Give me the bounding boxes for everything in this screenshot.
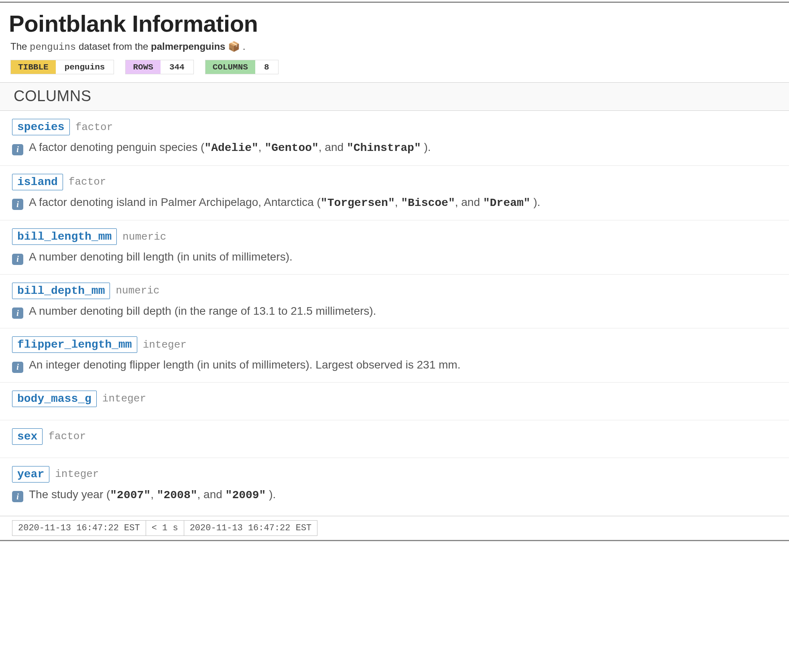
desc-text: The study year ( <box>29 488 110 501</box>
column-entry-head: islandfactor <box>12 174 789 190</box>
report-subtitle: The penguins dataset from the palmerpeng… <box>10 41 789 53</box>
column-entry-head: yearinteger <box>12 466 789 483</box>
pill-columns: COLUMNS 8 <box>205 60 279 74</box>
column-entry-head: sexfactor <box>12 428 789 445</box>
subtitle-prefix: The <box>10 41 30 52</box>
desc-text: , <box>258 141 265 153</box>
column-entry: yearintegeriThe study year ("2007", "200… <box>0 458 789 513</box>
desc-code: "2007" <box>110 489 150 501</box>
column-description-text: The study year ("2007", "2008", and "200… <box>29 487 276 504</box>
column-description-text: A factor denoting island in Palmer Archi… <box>29 194 540 212</box>
column-name-box: bill_depth_mm <box>12 283 110 299</box>
column-name-box: flipper_length_mm <box>12 336 137 353</box>
package-icon: 📦 <box>225 41 242 52</box>
column-entry: sexfactor <box>0 420 789 458</box>
desc-text: , and <box>319 141 347 153</box>
column-name-box: year <box>12 466 49 483</box>
info-icon: i <box>12 254 23 265</box>
pill-tibble-value: penguins <box>56 60 114 74</box>
desc-text: A factor denoting island in Palmer Archi… <box>29 196 321 208</box>
pill-rows: ROWS 344 <box>125 60 193 74</box>
column-entry: bill_length_mmnumericiA number denoting … <box>0 220 789 275</box>
info-icon: i <box>12 362 23 373</box>
report-title: Pointblank Information <box>9 10 789 37</box>
column-description: iA number denoting bill depth (in the ra… <box>12 303 789 320</box>
desc-text: ). <box>421 141 431 153</box>
column-entry-head: flipper_length_mminteger <box>12 336 789 353</box>
column-description: iA number denoting bill length (in units… <box>12 249 789 265</box>
column-description: iAn integer denoting flipper length (in … <box>12 357 789 373</box>
column-type: factor <box>75 121 113 133</box>
desc-text: A number denoting bill length (in units … <box>29 250 293 263</box>
column-type: numeric <box>116 285 159 297</box>
column-entry: speciesfactoriA factor denoting penguin … <box>0 111 789 166</box>
column-description: iA factor denoting island in Palmer Arch… <box>12 194 789 212</box>
column-entry-head: body_mass_ginteger <box>12 391 789 407</box>
column-entry-head: bill_length_mmnumeric <box>12 228 789 245</box>
footer-end-time: 2020-11-13 16:47:22 EST <box>184 520 318 536</box>
column-entry: bill_depth_mmnumericiA number denoting b… <box>0 275 789 329</box>
column-name-box: island <box>12 174 63 190</box>
subtitle-dataset-name: penguins <box>30 42 76 53</box>
subtitle-middle: dataset from the <box>76 41 151 52</box>
column-entry-head: bill_depth_mmnumeric <box>12 283 789 299</box>
desc-text: A number denoting bill depth (in the ran… <box>29 305 376 317</box>
desc-text: ). <box>266 488 276 501</box>
footer-start-time: 2020-11-13 16:47:22 EST <box>12 520 146 536</box>
column-type: factor <box>69 176 106 188</box>
desc-text: An integer denoting flipper length (in u… <box>29 358 460 371</box>
column-type: factor <box>48 430 86 442</box>
desc-code: "Biscoe" <box>401 197 455 209</box>
top-rule <box>0 2 789 3</box>
desc-text: , <box>150 488 157 501</box>
column-description: iA factor denoting penguin species ("Ade… <box>12 139 789 157</box>
pill-columns-label: COLUMNS <box>205 60 255 74</box>
column-name-box: sex <box>12 428 43 445</box>
desc-code: "2008" <box>157 489 197 501</box>
footer-duration: < 1 s <box>146 520 184 536</box>
desc-text: , and <box>197 488 226 501</box>
column-description-text: A number denoting bill depth (in the ran… <box>29 303 376 320</box>
desc-code: "Chinstrap" <box>347 142 421 154</box>
desc-text: , and <box>455 196 483 208</box>
column-entry: islandfactoriA factor denoting island in… <box>0 166 789 221</box>
column-description: iThe study year ("2007", "2008", and "20… <box>12 487 789 504</box>
subtitle-package-name: palmerpenguins <box>151 41 225 52</box>
pill-rows-label: ROWS <box>126 60 160 74</box>
desc-text: ). <box>530 196 540 208</box>
column-name-box: bill_length_mm <box>12 228 117 245</box>
desc-code: "Dream" <box>483 197 531 209</box>
column-description-text: A number denoting bill length (in units … <box>29 249 293 265</box>
column-type: integer <box>102 393 146 405</box>
pill-rows-value: 344 <box>161 60 193 74</box>
column-entry-head: speciesfactor <box>12 119 789 135</box>
desc-code: "Gentoo" <box>264 142 318 154</box>
column-description-text: A factor denoting penguin species ("Adel… <box>29 139 431 157</box>
column-description-text: An integer denoting flipper length (in u… <box>29 357 460 373</box>
column-type: integer <box>143 339 187 351</box>
info-icon: i <box>12 199 23 210</box>
report-footer: 2020-11-13 16:47:22 EST < 1 s 2020-11-13… <box>0 516 789 541</box>
pill-tibble: TIBBLE penguins <box>10 60 114 74</box>
column-entry: body_mass_ginteger <box>0 383 789 420</box>
info-icon: i <box>12 491 23 502</box>
desc-text: A factor denoting penguin species ( <box>29 141 204 153</box>
desc-text: , <box>395 196 401 208</box>
pill-tibble-label: TIBBLE <box>11 60 56 74</box>
desc-code: "Adelie" <box>204 142 258 154</box>
column-entry: flipper_length_mmintegeriAn integer deno… <box>0 328 789 383</box>
columns-list: speciesfactoriA factor denoting penguin … <box>0 111 789 513</box>
subtitle-suffix: . <box>243 41 246 52</box>
report-container: Pointblank Information The penguins data… <box>0 2 789 541</box>
desc-code: "2009" <box>226 489 266 501</box>
summary-pills: TIBBLE penguins ROWS 344 COLUMNS 8 <box>10 60 789 74</box>
pill-columns-value: 8 <box>255 60 278 74</box>
column-name-box: body_mass_g <box>12 391 97 407</box>
column-name-box: species <box>12 119 70 135</box>
info-icon: i <box>12 144 23 155</box>
column-type: integer <box>55 468 99 480</box>
column-type: numeric <box>122 231 166 243</box>
desc-code: "Torgersen" <box>321 197 395 209</box>
info-icon: i <box>12 307 23 319</box>
columns-section-header: COLUMNS <box>0 82 789 111</box>
